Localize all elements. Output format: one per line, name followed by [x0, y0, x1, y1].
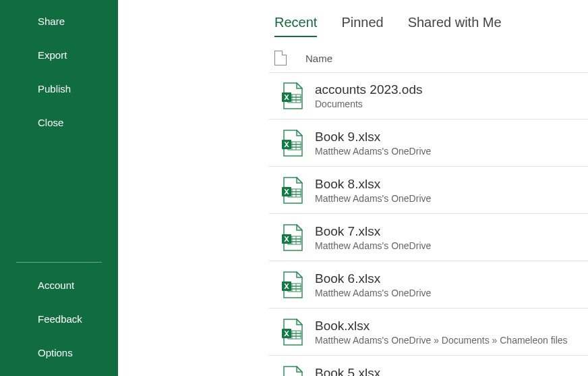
svg-marker-41 — [297, 319, 302, 325]
file-list-header: Name — [274, 51, 588, 65]
column-header-name[interactable]: Name — [305, 53, 332, 64]
file-icon-cell — [269, 271, 315, 298]
file-icon-cell — [269, 224, 315, 251]
file-list: accounts 2023.odsDocuments Book 9.xlsxMa… — [269, 72, 588, 376]
file-icon-cell — [269, 177, 315, 204]
file-text: Book 5.xlsxMatthew Adams's OneDrive — [315, 366, 583, 377]
excel-file-icon — [281, 319, 303, 346]
file-row[interactable]: accounts 2023.odsDocuments — [269, 72, 588, 119]
sidebar-item-options[interactable]: Options — [0, 335, 118, 369]
file-row[interactable]: Book 6.xlsxMatthew Adams's OneDrive — [269, 261, 588, 308]
excel-file-icon — [281, 130, 303, 157]
file-icon-cell — [269, 130, 315, 157]
excel-file-icon — [281, 177, 303, 204]
excel-file-icon — [281, 366, 303, 377]
main-panel: RecentPinnedShared with Me Name accounts… — [118, 0, 588, 376]
file-name: accounts 2023.ods — [315, 82, 583, 97]
excel-file-icon — [281, 224, 303, 251]
excel-file-icon — [281, 271, 303, 298]
sidebar-item-feedback[interactable]: Feedback — [0, 302, 118, 335]
sidebar-item-label: Feedback — [38, 313, 82, 325]
file-name: Book 8.xlsx — [315, 177, 583, 192]
sidebar-separator — [16, 262, 102, 263]
file-text: Book 9.xlsxMatthew Adams's OneDrive — [315, 130, 583, 157]
sidebar: ShareExportPublishClose AccountFeedbackO… — [0, 0, 118, 376]
file-row[interactable]: Book 9.xlsxMatthew Adams's OneDrive — [269, 119, 588, 167]
file-row[interactable]: Book.xlsxMatthew Adams's OneDrive » Docu… — [269, 308, 588, 356]
svg-marker-33 — [297, 272, 302, 277]
file-row[interactable]: Book 7.xlsxMatthew Adams's OneDrive — [269, 214, 588, 261]
open-tabs: RecentPinnedShared with Me — [118, 0, 588, 37]
svg-marker-49 — [297, 367, 302, 372]
tab-pinned[interactable]: Pinned — [341, 15, 383, 37]
file-row[interactable]: Book 5.xlsxMatthew Adams's OneDrive — [269, 356, 588, 376]
svg-marker-1 — [297, 83, 302, 88]
svg-marker-9 — [297, 130, 302, 136]
tab-recent[interactable]: Recent — [274, 15, 317, 37]
file-text: Book 7.xlsxMatthew Adams's OneDrive — [315, 224, 583, 251]
file-icon-cell — [269, 82, 315, 109]
svg-marker-17 — [297, 178, 302, 183]
file-text: accounts 2023.odsDocuments — [315, 82, 583, 109]
file-text: Book 6.xlsxMatthew Adams's OneDrive — [315, 271, 583, 298]
document-icon — [274, 51, 287, 65]
file-path: Matthew Adams's OneDrive — [315, 240, 583, 251]
sidebar-item-close[interactable]: Close — [0, 105, 118, 139]
svg-marker-25 — [297, 225, 302, 230]
sidebar-item-label: Share — [38, 16, 65, 27]
file-name: Book 6.xlsx — [315, 271, 583, 286]
file-text: Book.xlsxMatthew Adams's OneDrive » Docu… — [315, 319, 583, 346]
sidebar-item-label: Export — [38, 49, 67, 61]
file-name: Book.xlsx — [315, 319, 583, 333]
file-path: Matthew Adams's OneDrive — [315, 288, 583, 298]
tab-shared-with-me[interactable]: Shared with Me — [408, 15, 502, 37]
file-icon-cell — [269, 319, 315, 346]
sidebar-item-label: Publish — [38, 83, 71, 95]
file-path: Matthew Adams's OneDrive — [315, 146, 583, 157]
sidebar-item-label: Close — [38, 117, 63, 128]
file-path: Documents — [315, 99, 583, 109]
file-icon-cell — [269, 366, 315, 377]
file-row[interactable]: Book 8.xlsxMatthew Adams's OneDrive — [269, 167, 588, 214]
file-name: Book 9.xlsx — [315, 130, 583, 144]
excel-file-icon — [281, 82, 303, 109]
sidebar-item-publish[interactable]: Publish — [0, 72, 118, 105]
file-path: Matthew Adams's OneDrive » Documents » C… — [315, 335, 583, 346]
sidebar-item-share[interactable]: Share — [0, 4, 118, 38]
sidebar-item-export[interactable]: Export — [0, 38, 118, 72]
file-path: Matthew Adams's OneDrive — [315, 193, 583, 204]
sidebar-item-label: Options — [38, 347, 73, 358]
file-name: Book 5.xlsx — [315, 366, 583, 377]
file-text: Book 8.xlsxMatthew Adams's OneDrive — [315, 177, 583, 204]
sidebar-item-account[interactable]: Account — [0, 268, 118, 302]
file-name: Book 7.xlsx — [315, 224, 583, 239]
sidebar-item-label: Account — [38, 279, 74, 291]
